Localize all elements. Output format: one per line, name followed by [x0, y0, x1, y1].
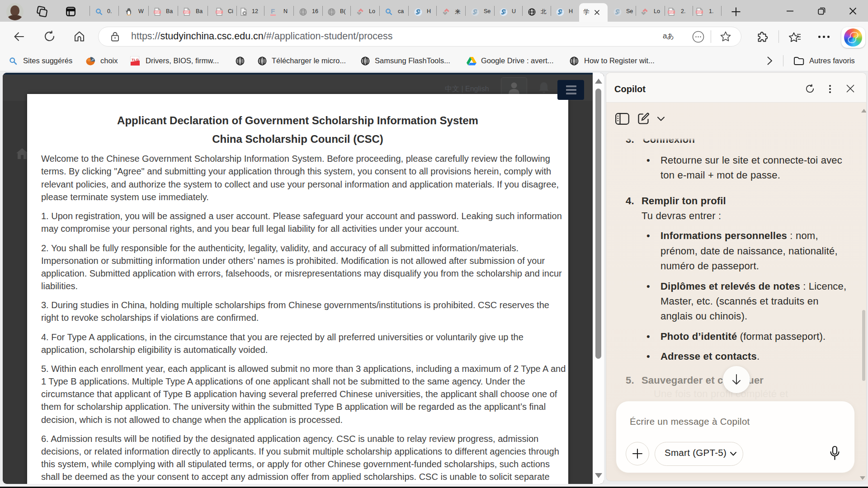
svg-text:PDF: PDF — [184, 11, 189, 14]
svg-text:PDF: PDF — [669, 11, 674, 14]
svg-text:PDF: PDF — [697, 11, 702, 14]
svg-text:PDF: PDF — [217, 11, 222, 14]
svg-text:PDF: PDF — [155, 11, 159, 14]
